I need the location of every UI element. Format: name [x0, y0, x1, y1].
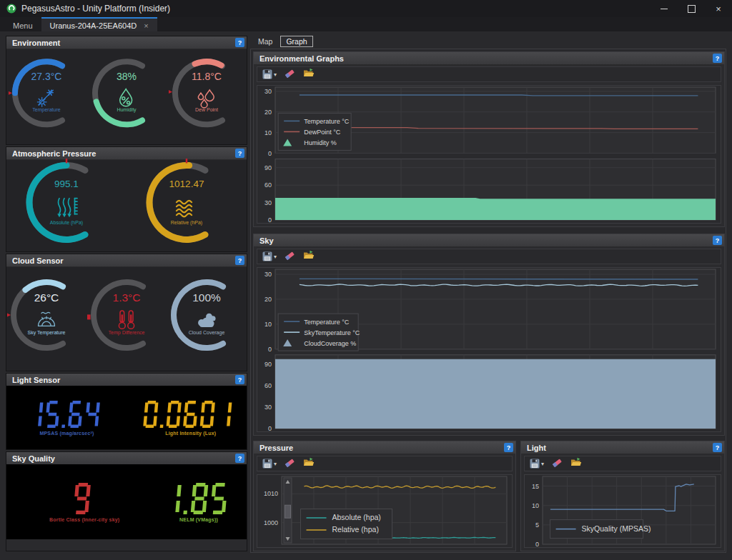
help-icon[interactable]: ?: [235, 38, 244, 47]
svg-text:60: 60: [264, 382, 272, 389]
lcd-label: MPSAS (mag/arcsec²): [39, 431, 94, 436]
chart-toolbar: ▾: [257, 249, 721, 264]
help-icon[interactable]: ?: [235, 375, 244, 384]
save-dropdown-caret[interactable]: ▾: [274, 71, 277, 78]
lcd-label: NELM (VMags)): [179, 517, 218, 522]
save-dropdown-caret[interactable]: ▾: [274, 461, 277, 467]
gauge-dew-point: 11.8°CDew Point: [169, 47, 244, 146]
svg-text:Temperature: Temperature: [32, 107, 60, 113]
clear-graph-button[interactable]: [285, 250, 295, 264]
lcd-label: Light Intensity (Lux): [165, 431, 216, 436]
lcd-display: MPSAS (mag/arcsec²): [28, 400, 106, 436]
open-graph-button[interactable]: [303, 250, 315, 263]
svg-text:Absolute (hpa): Absolute (hpa): [332, 513, 381, 521]
cloud-coverage-icon: [198, 314, 215, 327]
lcd-display: Bortle Class (Inner-city sky): [49, 482, 119, 522]
panel-title: Cloud Sensor: [12, 256, 64, 265]
pressure-chart[interactable]: 10001010 Absolute (hpa)Relative (hpa): [257, 474, 513, 548]
svg-text:90: 90: [264, 164, 272, 171]
save-dropdown-caret[interactable]: ▾: [541, 461, 544, 467]
sky-panel: Sky? ▾ 01020300306090Temperature °CSkyTe…: [253, 234, 725, 436]
open-graph-button[interactable]: [570, 457, 582, 470]
svg-text:Temperature °C: Temperature °C: [304, 319, 350, 326]
help-icon[interactable]: ?: [235, 149, 244, 158]
menu-tab[interactable]: Menu: [4, 17, 41, 31]
open-folder-icon: [303, 457, 315, 470]
light-panel: Light? ▾ 051015SkyQuality (MPSAS): [520, 441, 725, 551]
eraser-icon: [285, 457, 295, 471]
tab-graph[interactable]: Graph: [280, 36, 312, 47]
open-folder-icon: [303, 68, 315, 81]
svg-text:0: 0: [268, 216, 272, 223]
svg-text:11.8°C: 11.8°C: [192, 71, 222, 82]
environmental-graphs-chart[interactable]: 01020300306090Temperature °CDewPoint °CH…: [257, 85, 721, 224]
cloud-sensor-panel: Cloud Sensor? 26°C Sky Temperature1.3°CT…: [6, 254, 247, 371]
maximize-button[interactable]: [678, 0, 705, 17]
svg-text:60: 60: [264, 181, 272, 189]
svg-text:0: 0: [535, 541, 539, 547]
gauge-temperature: 27.3°C Temperature: [9, 47, 84, 146]
view-tabs: Map Graph: [252, 36, 313, 47]
svg-text:Sky Temperature: Sky Temperature: [28, 330, 66, 336]
minimize-button[interactable]: [651, 0, 678, 17]
help-icon[interactable]: ?: [713, 54, 722, 63]
close-button[interactable]: ×: [705, 0, 732, 17]
svg-text:20: 20: [264, 109, 272, 116]
light-chart[interactable]: 051015SkyQuality (MPSAS): [524, 474, 721, 548]
save-graph-button[interactable]: ▾: [262, 459, 277, 469]
panel-title: Light Sensor: [12, 376, 60, 384]
save-graph-button[interactable]: ▾: [262, 251, 277, 261]
svg-text:15: 15: [532, 483, 539, 490]
svg-text:5: 5: [535, 521, 539, 529]
svg-text:38%: 38%: [117, 71, 137, 82]
chart-v-scrollbar[interactable]: [284, 478, 292, 543]
chart-toolbar: ▾: [257, 456, 513, 471]
svg-text:Relative (hpa): Relative (hpa): [332, 525, 379, 534]
svg-text:Temp Difference: Temp Difference: [109, 330, 145, 336]
tab-close-icon[interactable]: ×: [144, 21, 148, 30]
help-icon[interactable]: ?: [504, 443, 513, 452]
help-icon[interactable]: ?: [713, 236, 722, 245]
open-graph-button[interactable]: [303, 68, 315, 81]
tab-strip: Menu Uranus-204A-25EA604D ×: [0, 17, 732, 31]
chart-toolbar: ▾: [524, 456, 721, 471]
clear-graph-button[interactable]: [285, 68, 295, 81]
eraser-icon: [285, 68, 295, 81]
panel-title: Light: [527, 444, 546, 452]
window-title: PegasusAstro - Unity Platform (Insider): [21, 4, 170, 14]
save-graph-button[interactable]: ▾: [262, 69, 277, 79]
help-icon[interactable]: ?: [713, 443, 722, 452]
open-graph-button[interactable]: [303, 457, 315, 470]
svg-text:10: 10: [264, 129, 272, 136]
svg-text:DewPoint °C: DewPoint °C: [304, 129, 341, 136]
device-tab[interactable]: Uranus-204A-25EA604D ×: [41, 17, 157, 31]
chart-toolbar: ▾: [257, 66, 721, 82]
svg-text:1000: 1000: [264, 519, 278, 526]
svg-text:30: 30: [264, 88, 272, 95]
svg-text:10: 10: [264, 321, 272, 328]
temp-difference-icon: [119, 311, 134, 329]
save-dropdown-caret[interactable]: ▾: [274, 254, 277, 260]
gauge-temp-difference: 1.3°CTemp Difference: [87, 265, 166, 372]
title-bar: PegasusAstro - Unity Platform (Insider) …: [0, 0, 732, 17]
open-folder-icon: [303, 250, 315, 263]
clear-graph-button[interactable]: [285, 457, 295, 471]
svg-text:Dew Point: Dew Point: [195, 107, 218, 112]
panel-title: Atmospheric Pressure: [12, 149, 96, 158]
svg-text:20: 20: [264, 296, 272, 303]
help-icon[interactable]: ?: [235, 256, 244, 265]
clear-graph-button[interactable]: [552, 457, 563, 471]
save-graph-button[interactable]: ▾: [530, 459, 544, 469]
sky-chart[interactable]: 01020300306090Temperature °CSkyTemperatu…: [257, 267, 721, 432]
gauge-cloud-coverage: 100% Cloud Coverage: [167, 265, 246, 372]
tab-map[interactable]: Map: [252, 36, 278, 47]
svg-text:0: 0: [268, 425, 272, 431]
panel-title: Environmental Graphs: [259, 54, 344, 63]
lcd-display: Light Intensity (Lux): [143, 400, 238, 436]
environmental-graphs-panel: Environmental Graphs? ▾ 01020300306090Te…: [253, 51, 725, 227]
chart-legend: Absolute (hpa)Relative (hpa): [301, 509, 392, 539]
panel-title: Environment: [12, 39, 60, 47]
help-icon[interactable]: ?: [235, 454, 244, 463]
svg-text:30: 30: [264, 271, 272, 278]
svg-text:30: 30: [264, 199, 272, 206]
